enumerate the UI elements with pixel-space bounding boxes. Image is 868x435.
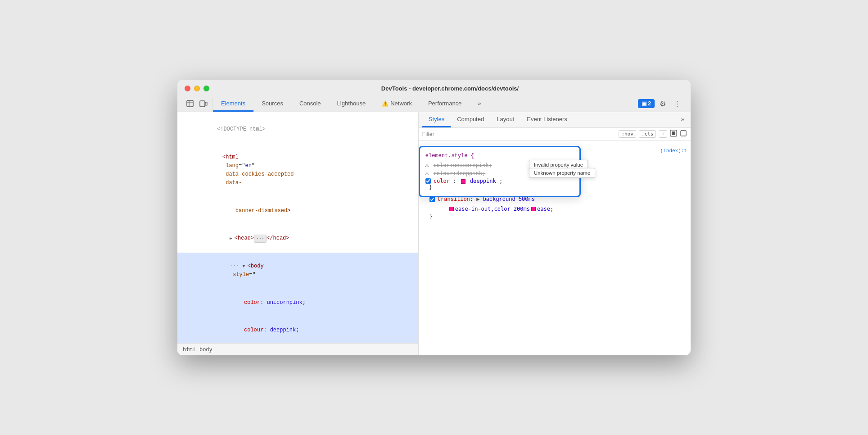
titlebar: DevTools - developer.chrome.com/docs/dev… (177, 80, 691, 112)
tab-lighthouse[interactable]: Lighthouse (329, 96, 374, 112)
styles-content[interactable]: element.style { ⚠️ color : unicornpink ; (419, 140, 691, 355)
style-rule-transition-cont: ease-in-out,color 200ms ease ; (422, 204, 687, 213)
styles-panel: Styles Computed Layout Event Listeners »… (419, 112, 691, 355)
box-icon[interactable] (680, 130, 687, 138)
popup-rule-2: ⚠️ colour : deeppink ; Unknown property … (425, 170, 574, 177)
breadcrumb: html body (177, 343, 418, 355)
plus-button[interactable]: + (659, 130, 667, 138)
popup-close-brace: } (425, 184, 574, 190)
minimize-button[interactable] (194, 86, 200, 91)
breadcrumb-body[interactable]: body (199, 346, 212, 353)
transition-swatch[interactable] (449, 207, 454, 211)
tab-console[interactable]: Console (291, 96, 329, 112)
tab-styles[interactable]: Styles (422, 112, 451, 127)
styles-tabs: Styles Computed Layout Event Listeners » (419, 112, 691, 128)
warning-icon-1: ⚠️ (425, 162, 429, 169)
svg-rect-3 (200, 101, 205, 107)
cls-button[interactable]: .cls (639, 130, 656, 138)
more-options-icon[interactable]: ⋮ (671, 97, 683, 110)
tab-computed[interactable]: Computed (451, 112, 490, 127)
tab-elements[interactable]: Elements (213, 96, 253, 112)
device-icon[interactable] (198, 98, 209, 109)
html-tag-line2: banner-dismissed> (177, 197, 418, 225)
body-close-brace: } (422, 213, 687, 220)
settings-icon[interactable]: ⚙ (656, 97, 669, 110)
warning-icon-2: ⚠️ (425, 170, 429, 177)
tooltip-unknown-property: Unknown property name (529, 168, 595, 178)
transition-checkbox[interactable] (429, 197, 435, 202)
maximize-button[interactable] (203, 86, 209, 91)
devtools-body: <!DOCTYPE html> <html lang="en" data-coo… (177, 112, 691, 355)
body-source-link[interactable]: (index):1 (660, 148, 687, 154)
tab-event-listeners[interactable]: Event Listeners (520, 112, 574, 127)
traffic-lights (185, 86, 209, 91)
popup-rule-3: color : deeppink ; (425, 178, 574, 184)
tab-sources[interactable]: Sources (253, 96, 291, 112)
html-tag-line: <html lang="en" data-cookies-accepted da… (177, 144, 418, 197)
network-warning-icon: ⚠️ (382, 100, 389, 107)
doctype-line: <!DOCTYPE html> (177, 116, 418, 144)
breadcrumb-html[interactable]: html (183, 346, 196, 353)
tab-performance[interactable]: Performance (420, 96, 470, 112)
close-button[interactable] (185, 86, 190, 91)
filter-actions: :hov .cls + (619, 130, 687, 138)
elements-content[interactable]: <!DOCTYPE html> <html lang="en" data-coo… (177, 112, 418, 343)
svg-rect-4 (205, 102, 207, 105)
rule-3-checkbox[interactable] (425, 178, 431, 184)
head-tag-line: ▶ <head>···</head> (177, 225, 418, 253)
head-ellipsis[interactable]: ··· (254, 235, 267, 243)
element-style-popup: element.style { ⚠️ color : unicornpink ; (419, 146, 581, 197)
messages-badge[interactable]: ▣ 2 (638, 99, 655, 108)
hov-button[interactable]: :hov (619, 130, 636, 138)
tabs-right-actions: ▣ 2 ⚙ ⋮ (638, 97, 683, 112)
svg-rect-0 (187, 100, 193, 107)
styles-tab-more[interactable]: » (678, 112, 687, 127)
body-tag-line[interactable]: ··· ▼ <body style=" (177, 253, 418, 289)
body-colour-line: colour: deeppink; (177, 317, 418, 343)
paint-icon[interactable] (670, 130, 677, 138)
devtools-window: DevTools - developer.chrome.com/docs/dev… (177, 80, 691, 355)
window-title: DevTools - developer.chrome.com/docs/dev… (217, 85, 683, 92)
cursor-icon[interactable] (185, 98, 195, 109)
tab-network[interactable]: ⚠️ Network (374, 96, 420, 112)
body-color-line: color: unicornpink; (177, 289, 418, 317)
tab-more[interactable]: » (470, 96, 489, 112)
svg-rect-7 (681, 131, 686, 136)
tab-layout[interactable]: Layout (490, 112, 520, 127)
svg-rect-6 (672, 131, 675, 135)
styles-filter-bar: :hov .cls + (419, 128, 691, 140)
elements-panel: <!DOCTYPE html> <html lang="en" data-coo… (177, 112, 419, 355)
popup-selector: element.style { (425, 153, 574, 159)
transition-swatch-2[interactable] (531, 207, 536, 211)
main-tabs: Elements Sources Console Lighthouse ⚠️ N… (213, 96, 489, 112)
filter-input[interactable] (422, 131, 615, 137)
color-swatch-deeppink[interactable] (461, 179, 466, 184)
